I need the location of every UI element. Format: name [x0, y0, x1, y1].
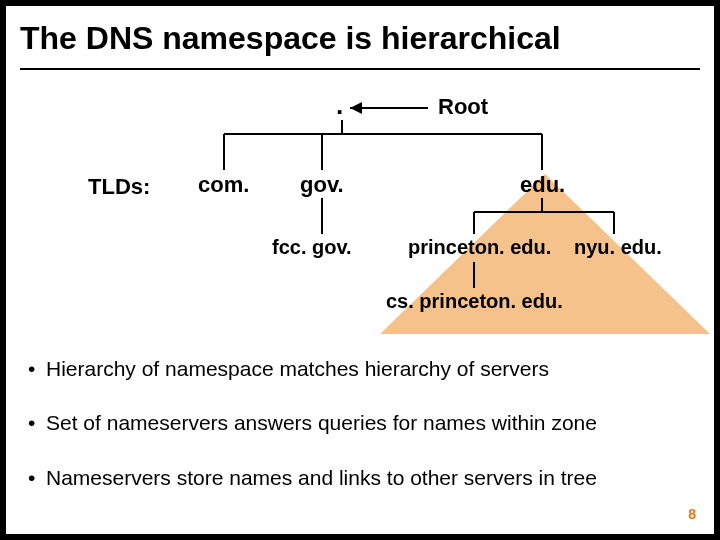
bullet-item: •Hierarchy of namespace matches hierarch… [28, 356, 692, 382]
node-nyu-edu: nyu. edu. [574, 236, 662, 259]
bullet-text: Hierarchy of namespace matches hierarchy… [46, 357, 549, 380]
slide: The DNS namespace is hierarchical . Root [6, 6, 714, 534]
bullet-item: •Set of nameservers answers queries for … [28, 410, 692, 436]
svg-marker-1 [350, 102, 362, 114]
tree-connectors [20, 86, 700, 346]
dns-tree-diagram: . Root TLDs: com. gov. edu. fcc. gov. pr… [20, 86, 700, 346]
title-underline [20, 68, 700, 70]
bullet-text: Set of nameservers answers queries for n… [46, 411, 597, 434]
bullet-text: Nameservers store names and links to oth… [46, 466, 597, 489]
tld-edu: edu. [520, 172, 565, 198]
slide-title: The DNS namespace is hierarchical [20, 20, 700, 57]
page-number: 8 [688, 506, 696, 522]
node-fcc-gov: fcc. gov. [272, 236, 352, 259]
tlds-label: TLDs: [88, 174, 150, 200]
bullet-list: •Hierarchy of namespace matches hierarch… [28, 356, 692, 519]
bullet-item: •Nameservers store names and links to ot… [28, 465, 692, 491]
node-cs-princeton-edu: cs. princeton. edu. [386, 290, 563, 313]
root-dot-node: . [336, 90, 343, 121]
tld-gov: gov. [300, 172, 344, 198]
tld-com: com. [198, 172, 249, 198]
root-label: Root [438, 94, 488, 120]
node-princeton-edu: princeton. edu. [408, 236, 551, 259]
